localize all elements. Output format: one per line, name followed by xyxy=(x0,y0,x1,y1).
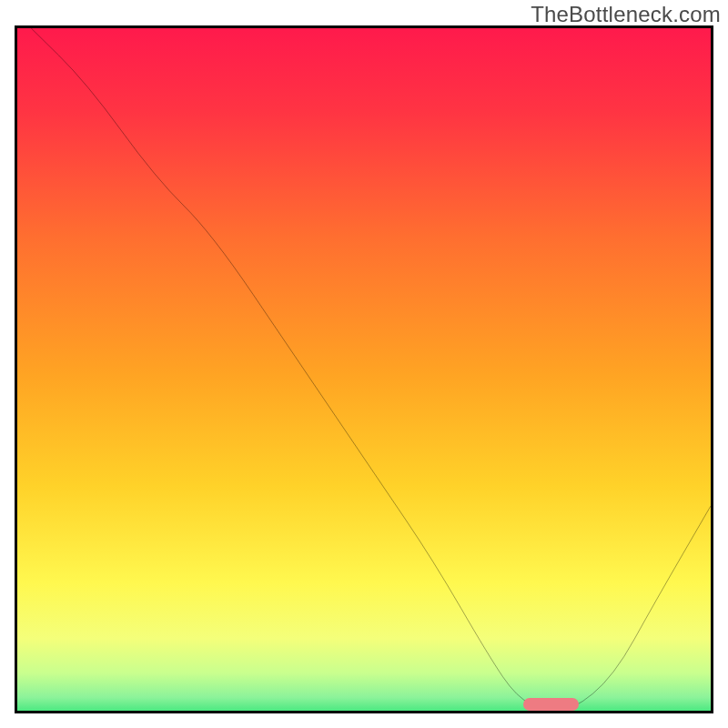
watermark-text: TheBottleneck.com xyxy=(531,2,721,27)
optimal-range-marker xyxy=(523,698,579,711)
chart-stage: TheBottleneck.com xyxy=(0,0,728,728)
bottleneck-curve xyxy=(17,28,711,711)
plot-frame xyxy=(15,25,713,713)
